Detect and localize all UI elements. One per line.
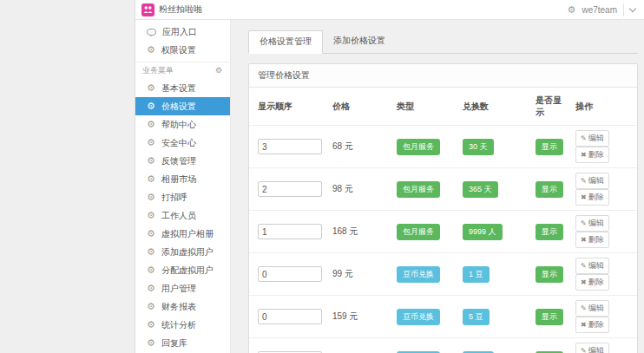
sidebar-item-label: 财务报表 [161, 301, 196, 313]
sidebar-item[interactable]: ⚙安全中心 [135, 134, 230, 152]
visible-button[interactable]: 显示 [536, 266, 563, 283]
x-icon: ✖ [581, 278, 587, 286]
exchange-badge: 365 天 [463, 181, 498, 198]
pencil-icon: ✎ [581, 134, 587, 142]
sidebar-item[interactable]: ⚙分配虚拟用户 [135, 261, 230, 279]
gear-icon: ⚙ [147, 284, 155, 293]
order-input[interactable] [258, 309, 322, 324]
app-window: 粉丝拍啦啪 ⚙ we7team 应用入口⚙权限设置 业务菜单 ⚙ ⚙基本设置⚙价… [135, 0, 644, 353]
exchange-badge: 30 天 [463, 139, 494, 155]
delete-button[interactable]: ✖删除 [575, 232, 609, 248]
edit-button[interactable]: ✎编辑 [575, 215, 609, 232]
type-badge: 豆币兑换 [397, 309, 440, 325]
price-value: 99 元 [332, 269, 353, 278]
price-settings-panel: 管理价格设置 显示顺序 价格 类型 兑换数 是否显示 操作 68 元包月服务30… [248, 63, 638, 353]
delete-button[interactable]: ✖删除 [575, 147, 609, 163]
col-visible: 是否显示 [530, 88, 570, 126]
price-table-body: 68 元包月服务30 天显示✎编辑✖删除98 元包月服务365 天显示✎编辑✖删… [249, 126, 637, 353]
username-label[interactable]: we7team [582, 5, 617, 15]
sidebar-item-label: 应用入口 [162, 26, 197, 38]
tab-price-settings-manage[interactable]: 价格设置管理 [248, 30, 323, 54]
edit-button[interactable]: ✎编辑 [575, 258, 609, 274]
delete-button[interactable]: ✖删除 [575, 189, 609, 206]
pencil-icon: ✎ [581, 262, 587, 270]
sidebar-item[interactable]: ⚙价格设置 [135, 97, 230, 115]
visible-button[interactable]: 显示 [536, 309, 563, 325]
x-icon: ✖ [581, 193, 587, 201]
sidebar-item-label: 用户管理 [161, 283, 196, 295]
edit-button[interactable]: ✎编辑 [575, 173, 609, 189]
delete-button[interactable]: ✖删除 [575, 317, 609, 333]
order-input[interactable] [258, 181, 322, 197]
price-value: 98 元 [332, 184, 353, 193]
tab-add-price-setting[interactable]: 添加价格设置 [323, 30, 396, 54]
exchange-badge: 9999 人 [463, 224, 503, 240]
edit-button[interactable]: ✎编辑 [575, 343, 609, 353]
x-icon: ✖ [581, 151, 587, 159]
sidebar-item-label: 价格设置 [161, 101, 196, 113]
sidebar-item-label: 相册市场 [161, 173, 196, 186]
gear-icon: ⚙ [147, 156, 155, 166]
gear-icon: ⚙ [147, 211, 155, 220]
brand[interactable]: 粉丝拍啦啪 [135, 3, 231, 16]
sidebar-item[interactable]: ⚙打招呼 [135, 188, 230, 206]
table-row: 168 元包月服务9999 人显示✎编辑✖删除 [249, 211, 637, 253]
visible-button[interactable]: 显示 [536, 224, 563, 240]
sidebar-top-group: 应用入口⚙权限设置 [135, 23, 230, 59]
tab-bar: 价格设置管理 添加价格设置 [248, 30, 638, 54]
sidebar-item[interactable]: ⚙用户管理 [135, 279, 230, 297]
gear-icon: ⚙ [147, 302, 155, 311]
table-row: 159 元豆币兑换5 豆显示✎编辑✖删除 [249, 296, 637, 338]
sidebar-item-label: 帮助中心 [161, 119, 196, 131]
gear-icon: ⚙ [147, 45, 155, 55]
edit-button[interactable]: ✎编辑 [575, 300, 609, 317]
sidebar-item[interactable]: ⚙相册市场 [135, 170, 230, 188]
order-input[interactable] [258, 266, 322, 282]
edit-button[interactable]: ✎编辑 [575, 130, 609, 147]
visible-button[interactable]: 显示 [536, 139, 563, 155]
price-value: 159 元 [332, 311, 358, 321]
topbar-divider [623, 3, 624, 16]
table-row: 68 元包月服务30 天显示✎编辑✖删除 [249, 126, 637, 168]
price-value: 68 元 [332, 141, 353, 151]
sidebar-item[interactable]: ⚙财务报表 [135, 297, 230, 316]
delete-button[interactable]: ✖删除 [575, 274, 609, 291]
sidebar-item[interactable]: ⚙回复库 [135, 334, 230, 352]
type-badge: 包月服务 [397, 181, 440, 198]
sidebar-item[interactable]: ⚙基本设置 [135, 79, 230, 97]
gear-icon: ⚙ [147, 193, 155, 202]
sidebar-item[interactable]: ⚙帮助中心 [135, 115, 230, 134]
order-input[interactable] [258, 139, 322, 154]
sidebar-item-label: 添加虚拟用户 [161, 246, 214, 258]
chat-icon [147, 29, 156, 36]
order-input[interactable] [258, 224, 322, 239]
sidebar-item[interactable]: ⚙反馈管理 [135, 152, 230, 170]
main-content: 价格设置管理 添加价格设置 管理价格设置 显示顺序 价格 类型 兑换数 是否显示… [231, 20, 644, 353]
sidebar-item-label: 打招呼 [161, 192, 187, 204]
gear-icon[interactable]: ⚙ [215, 67, 222, 75]
sidebar-item[interactable]: 应用入口 [135, 23, 230, 41]
sidebar-item[interactable]: ⚙虚拟用户相册 [135, 225, 230, 243]
pencil-icon: ✎ [581, 347, 587, 353]
panel-title: 管理价格设置 [249, 64, 637, 88]
gear-icon: ⚙ [147, 101, 155, 111]
gear-icon: ⚙ [147, 174, 155, 184]
sidebar-item-label: 分配虚拟用户 [161, 265, 214, 277]
sidebar-item-label: 虚拟用户相册 [161, 228, 214, 240]
gear-icon: ⚙ [147, 265, 155, 275]
sidebar-item[interactable]: ⚙统计分析 [135, 316, 230, 334]
visible-button[interactable]: 显示 [536, 181, 563, 198]
sidebar-item-label: 统计分析 [161, 319, 196, 331]
chevron-down-icon[interactable] [629, 4, 636, 11]
type-badge: 包月服务 [397, 139, 440, 155]
sidebar-item[interactable]: ⚙工作人员 [135, 206, 230, 225]
price-table: 显示顺序 价格 类型 兑换数 是否显示 操作 68 元包月服务30 天显示✎编辑… [249, 88, 637, 353]
col-price: 价格 [327, 88, 391, 126]
gear-icon: ⚙ [147, 83, 155, 93]
type-badge: 豆币兑换 [397, 266, 440, 283]
sidebar-item-label: 工作人员 [161, 210, 196, 222]
sidebar-item[interactable]: ⚙权限设置 [135, 41, 230, 59]
gear-icon: ⚙ [147, 138, 155, 147]
x-icon: ✖ [581, 236, 587, 244]
sidebar-item[interactable]: ⚙添加虚拟用户 [135, 243, 230, 261]
